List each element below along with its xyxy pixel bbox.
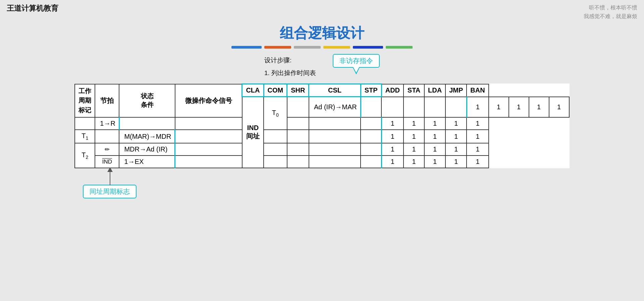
- cell-add-5: 1: [381, 156, 404, 168]
- cell-add-1: 1: [467, 97, 488, 118]
- table-container: 工作周期标记 节拍 状态条件 微操作命令信号 CLA COM SHR CSL S…: [0, 83, 644, 168]
- cell-beat-t2: T2: [75, 143, 95, 168]
- table-row: IND 1→EX 1 1 1 1 1: [75, 156, 569, 168]
- cell-com-1: [381, 97, 404, 118]
- cell-op-5: 1→EX: [119, 156, 175, 168]
- cell-sta-2: 1: [404, 117, 424, 130]
- cell-sta-1: 1: [489, 97, 509, 118]
- table-row: T1 M(MAR)→MDR 1 1 1 1 1: [75, 130, 569, 143]
- cell-cond-t2-2: IND: [95, 156, 119, 168]
- cell-lda-5: 1: [424, 156, 445, 168]
- cell-cond-t1: [95, 130, 119, 143]
- color-seg-6: [386, 46, 413, 49]
- cell-com-3: [264, 130, 287, 143]
- cell-jmp-4: 1: [445, 143, 467, 156]
- color-seg-5: [353, 46, 383, 49]
- cell-csl-5: [309, 156, 361, 168]
- cell-cond-t0-2: [75, 117, 95, 130]
- cell-shr-5: [287, 156, 309, 168]
- cell-cond-t2-1: ✏: [95, 143, 119, 156]
- cell-cond-t0-1: [287, 97, 309, 118]
- callout-ind-container: 间址周期标志: [83, 185, 137, 198]
- cell-cla-5: [175, 156, 242, 168]
- cell-sta-3: 1: [404, 130, 424, 143]
- cell-cla-4: [175, 143, 242, 156]
- col-cla: CLA: [242, 84, 264, 97]
- cell-lda-2: 1: [424, 117, 445, 130]
- color-seg-4: [323, 46, 350, 49]
- col-ban: BAN: [467, 84, 488, 97]
- col-cycle: 工作周期标记: [75, 84, 95, 118]
- cell-shr-2: [287, 117, 309, 130]
- cell-csl-2: [309, 117, 361, 130]
- cell-add-2: 1: [381, 117, 404, 130]
- cell-beat-t1: T1: [75, 130, 95, 143]
- cell-cla-1: [361, 97, 381, 118]
- col-stp: STP: [361, 84, 381, 97]
- cell-lda-3: 1: [424, 130, 445, 143]
- col-jmp: JMP: [445, 84, 467, 97]
- cell-lda-4: 1: [424, 143, 445, 156]
- cell-com-4: [264, 143, 287, 156]
- table-row: 1→R 1 1 1 1 1: [75, 117, 569, 130]
- cell-csl-4: [309, 143, 361, 156]
- col-csl: CSL: [309, 84, 361, 97]
- cell-add-4: 1: [381, 143, 404, 156]
- cell-com-2: [175, 117, 242, 130]
- cell-sta-5: 1: [404, 156, 424, 168]
- col-lda: LDA: [424, 84, 445, 97]
- col-com: COM: [264, 84, 287, 97]
- page-title: 组合逻辑设计: [0, 24, 644, 43]
- cell-stp-3: [361, 130, 381, 143]
- color-bar: [0, 46, 644, 49]
- cell-sta-4: 1: [404, 143, 424, 156]
- col-cond: 状态条件: [119, 84, 175, 118]
- cell-csl-3: [309, 130, 361, 143]
- cell-jmp-5: 1: [445, 156, 467, 168]
- cell-lda-1: 1: [509, 97, 529, 118]
- cell-ban-5: 1: [467, 156, 488, 168]
- cell-jmp-3: 1: [445, 130, 467, 143]
- cell-stp-4: [361, 143, 381, 156]
- cell-op-3: M(MAR)→MDR: [119, 130, 175, 143]
- callout-arrow-head: [107, 167, 113, 172]
- table-row: T2 ✏ MDR→Ad (IR) 1 1 1 1 1: [75, 143, 569, 156]
- callout-non-memory: 非访存指令: [333, 54, 380, 68]
- cell-csl-1: [424, 97, 445, 118]
- color-seg-3: [294, 46, 321, 49]
- logo: 王道计算机教育: [7, 3, 58, 13]
- cell-stp-2: [361, 117, 381, 130]
- cell-cycle-ind: IND间址: [242, 97, 264, 168]
- cell-beat-t0: T0: [264, 97, 287, 130]
- cell-cla-3: [175, 130, 242, 143]
- cell-stp-5: [361, 156, 381, 168]
- cell-shr-3: [287, 130, 309, 143]
- cell-add-3: 1: [381, 130, 404, 143]
- cell-op-4: MDR→Ad (IR): [119, 143, 175, 156]
- cell-op-1: Ad (IR)→MAR: [309, 97, 361, 118]
- color-seg-1: [231, 46, 262, 49]
- cell-shr-4: [287, 143, 309, 156]
- table-header-row: 工作周期标记 节拍 状态条件 微操作命令信号 CLA COM SHR CSL S…: [75, 84, 569, 97]
- callout-ind-label: 间址周期标志: [83, 185, 137, 198]
- cell-shr-1: [404, 97, 424, 118]
- col-shr: SHR: [287, 84, 309, 97]
- col-add: ADD: [381, 84, 404, 97]
- cell-stp-1: [445, 97, 467, 118]
- cell-ban-3: 1: [467, 130, 488, 143]
- cell-op-2: 1→R: [95, 117, 119, 130]
- cell-cla-2: [119, 117, 175, 130]
- cell-ban-2: 1: [467, 117, 488, 130]
- col-microop: 微操作命令信号: [175, 84, 242, 118]
- main-table: 工作周期标记 节拍 状态条件 微操作命令信号 CLA COM SHR CSL S…: [74, 83, 569, 168]
- design-steps: 设计步骤: 1. 列出操作时间表: [264, 54, 316, 79]
- cell-ban-1: 1: [549, 97, 569, 118]
- top-bar: 王道计算机教育 听不惯，根本听不惯 我感觉不难，就是麻烦: [0, 0, 644, 20]
- cell-ban-4: 1: [467, 143, 488, 156]
- color-seg-2: [264, 46, 291, 49]
- col-beat: 节拍: [95, 84, 119, 118]
- cell-jmp-1: 1: [529, 97, 549, 118]
- col-sta: STA: [404, 84, 424, 97]
- cell-jmp-2: 1: [445, 117, 467, 130]
- cell-com-5: [264, 156, 287, 168]
